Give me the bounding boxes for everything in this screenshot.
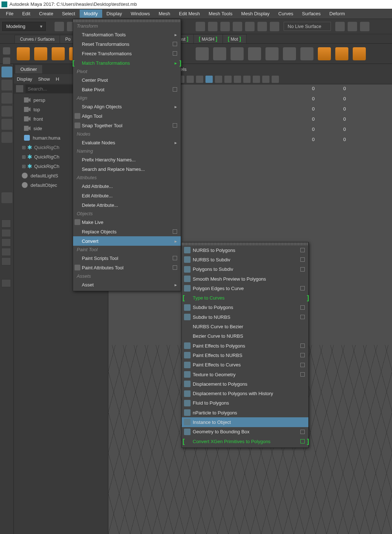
toolbar-icon[interactable] bbox=[335, 22, 345, 31]
option-box-icon[interactable] bbox=[300, 315, 305, 319]
menu-edit-mesh[interactable]: Edit Mesh bbox=[175, 9, 204, 18]
outliner-tab[interactable]: Outliner bbox=[15, 65, 42, 73]
shelf-icon[interactable] bbox=[17, 47, 30, 60]
shelf-tab-mash[interactable]: [ MASH ] bbox=[193, 34, 223, 43]
snap-icon[interactable] bbox=[270, 22, 279, 31]
viewport-icon[interactable] bbox=[187, 76, 194, 83]
shelf-tab-mot[interactable]: [ Mot ] bbox=[223, 34, 247, 43]
option-box-icon[interactable] bbox=[173, 87, 177, 92]
menu-item-edit-attribute-[interactable]: Edit Attribute... bbox=[73, 191, 181, 200]
option-box-icon[interactable] bbox=[173, 42, 177, 46]
menu-deform[interactable]: Deform bbox=[325, 9, 349, 18]
menu-modify[interactable]: Modify bbox=[80, 9, 102, 18]
option-box-icon[interactable] bbox=[300, 372, 305, 377]
option-box-icon[interactable] bbox=[173, 265, 177, 270]
rotate-tool[interactable] bbox=[1, 119, 12, 130]
menu-item-center-pivot[interactable]: Center Pivot bbox=[73, 75, 181, 85]
viewport-icon[interactable] bbox=[234, 76, 241, 83]
menu-item-make-live[interactable]: Make Live bbox=[73, 217, 181, 227]
select-tool[interactable] bbox=[1, 67, 12, 77]
menu-select[interactable]: Select bbox=[57, 9, 79, 18]
option-box-icon[interactable] bbox=[300, 363, 305, 367]
snap-icon[interactable] bbox=[257, 22, 267, 31]
outliner-menu-help[interactable]: H bbox=[56, 76, 59, 82]
menu-surfaces[interactable]: Surfaces bbox=[298, 9, 325, 18]
menu-display[interactable]: Display bbox=[102, 9, 127, 18]
shelf-icon[interactable] bbox=[335, 47, 348, 60]
option-box-icon[interactable] bbox=[300, 305, 305, 310]
paint-select-tool[interactable] bbox=[1, 93, 12, 104]
viewport-icon[interactable] bbox=[205, 76, 213, 83]
shelf-toggle-icon[interactable] bbox=[3, 47, 10, 55]
workspace-dropdown[interactable]: Modeling bbox=[2, 22, 46, 31]
option-box-icon[interactable] bbox=[173, 229, 177, 234]
submenu-item-subdiv-to-nurbs[interactable]: Subdiv to NURBS bbox=[182, 312, 308, 322]
shelf-icon[interactable] bbox=[265, 47, 279, 60]
dock-icon[interactable] bbox=[1, 279, 11, 287]
option-box-icon[interactable] bbox=[300, 248, 305, 252]
shelf-icon[interactable] bbox=[300, 47, 313, 60]
submenu-item-type-to-curves[interactable]: [Type to Curves] bbox=[182, 293, 308, 302]
shelf-tab-curves-surfaces[interactable]: Curves / Surfaces bbox=[15, 35, 60, 43]
option-box-icon[interactable] bbox=[173, 256, 177, 260]
filter-icon[interactable] bbox=[16, 85, 23, 92]
menu-item-snap-align-objects[interactable]: Snap Align Objects▸ bbox=[73, 102, 181, 111]
submenu-item-nparticle-to-polygons[interactable]: nParticle to Polygons bbox=[182, 408, 308, 417]
menu-item-bake-pivot[interactable]: Bake Pivot bbox=[73, 85, 181, 94]
live-surface-field[interactable]: No Live Surface bbox=[284, 22, 331, 31]
submenu-item-paint-effects-to-curves[interactable]: Paint Effects to Curves bbox=[182, 360, 308, 370]
menu-file[interactable]: File bbox=[1, 9, 18, 18]
option-box-icon[interactable] bbox=[300, 267, 305, 272]
gear-icon[interactable] bbox=[3, 57, 10, 65]
shelf-icon[interactable] bbox=[248, 47, 261, 60]
submenu-item-displacement-to-polygons[interactable]: Displacement to Polygons bbox=[182, 379, 308, 389]
menu-item-snap-together-tool[interactable]: Snap Together Tool bbox=[73, 121, 181, 130]
menu-tearoff-handle[interactable] bbox=[182, 242, 308, 245]
option-box-icon[interactable] bbox=[300, 344, 305, 348]
snap-icon[interactable] bbox=[196, 22, 205, 31]
submenu-item-instance-to-object[interactable]: Instance to Object bbox=[182, 417, 308, 427]
dock-icon[interactable] bbox=[1, 257, 11, 265]
option-box-icon[interactable] bbox=[300, 286, 305, 290]
move-tool[interactable] bbox=[1, 106, 12, 117]
option-box-icon[interactable] bbox=[300, 439, 305, 443]
menu-item-convert[interactable]: Convert▸ bbox=[73, 236, 181, 246]
snap-icon[interactable] bbox=[220, 22, 230, 31]
shelf-icon[interactable] bbox=[52, 47, 65, 60]
submenu-item-convert-xgen-primitives-to-polygons[interactable]: [Convert XGen Primitives to Polygons] bbox=[182, 437, 308, 446]
new-scene-icon[interactable] bbox=[55, 22, 64, 31]
submenu-item-smooth-mesh-preview-to-polygons[interactable]: Smooth Mesh Preview to Polygons bbox=[182, 274, 308, 284]
submenu-item-nurbs-to-polygons[interactable]: NURBS to Polygons bbox=[182, 245, 308, 255]
toolbar-icon[interactable] bbox=[360, 22, 369, 31]
viewport-icon[interactable] bbox=[215, 76, 222, 83]
menu-item-delete-attribute-[interactable]: Delete Attribute... bbox=[73, 200, 181, 210]
menu-item-reset-transformations[interactable]: Reset Transformations bbox=[73, 39, 181, 49]
submenu-item-displacement-to-polygons-with-history[interactable]: Displacement to Polygons with History bbox=[182, 389, 308, 398]
viewport-icon[interactable] bbox=[253, 76, 260, 83]
scale-tool[interactable] bbox=[1, 132, 12, 143]
option-box-icon[interactable] bbox=[173, 123, 177, 128]
submenu-item-subdiv-to-polygons[interactable]: Subdiv to Polygons bbox=[182, 303, 308, 312]
shelf-icon[interactable] bbox=[34, 47, 47, 60]
dock-icon[interactable] bbox=[1, 238, 11, 246]
option-box-icon[interactable] bbox=[173, 51, 177, 56]
outliner-menu-display[interactable]: Display bbox=[17, 76, 32, 82]
dock-icon[interactable] bbox=[1, 229, 11, 237]
viewport-icon[interactable] bbox=[272, 76, 279, 83]
submenu-item-polygon-edges-to-curve[interactable]: Polygon Edges to Curve bbox=[182, 284, 308, 293]
menu-item-add-attribute-[interactable]: Add Attribute... bbox=[73, 181, 181, 191]
submenu-item-paint-effects-to-polygons[interactable]: Paint Effects to Polygons bbox=[182, 341, 308, 350]
menu-item-replace-objects[interactable]: Replace Objects bbox=[73, 227, 181, 236]
option-box-icon[interactable] bbox=[300, 257, 305, 262]
viewport-icon[interactable] bbox=[224, 76, 232, 83]
menu-create[interactable]: Create bbox=[35, 9, 57, 18]
submenu-item-paint-effects-to-nurbs[interactable]: Paint Effects to NURBS bbox=[182, 350, 308, 360]
shelf-icon[interactable] bbox=[231, 47, 244, 60]
submenu-item-polygons-to-subdiv[interactable]: Polygons to Subdiv bbox=[182, 265, 308, 274]
menu-item-match-transformations[interactable]: [Match Transformations▸] bbox=[73, 58, 181, 68]
submenu-item-geometry-to-bounding-box[interactable]: Geometry to Bounding Box bbox=[182, 427, 308, 437]
submenu-item-texture-to-geometry[interactable]: Texture to Geometry bbox=[182, 370, 308, 379]
shelf-icon[interactable] bbox=[318, 47, 331, 60]
toolbar-icon[interactable] bbox=[348, 22, 357, 31]
menu-item-asset[interactable]: Asset▸ bbox=[73, 280, 181, 289]
